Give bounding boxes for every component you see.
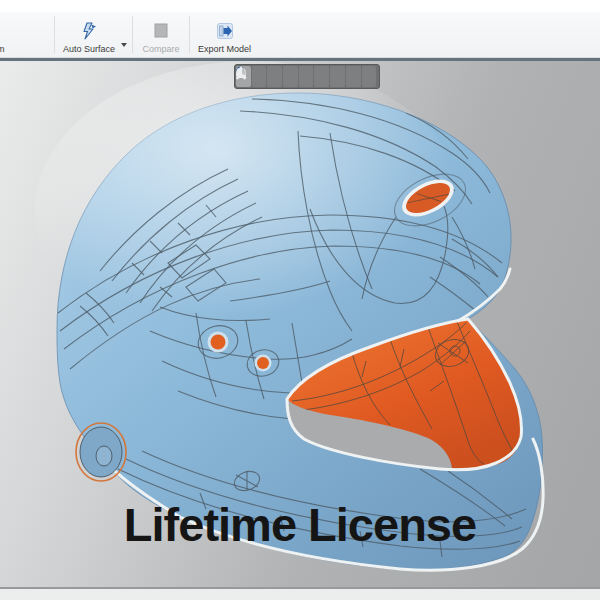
model-viewport-canvas[interactable]: Lifetime License <box>0 61 600 587</box>
ribbon-separator <box>132 16 133 53</box>
bottom-view-icon[interactable] <box>330 66 345 87</box>
ribbon-tab-strip <box>0 0 600 12</box>
chin-boss <box>76 423 126 481</box>
app-window: m Auto Surface Compare <box>0 0 600 600</box>
ribbon-separator <box>54 16 55 53</box>
partial-tool-button[interactable]: m <box>0 12 52 57</box>
chevron-down-icon <box>121 43 127 47</box>
shell-highlight <box>35 61 465 361</box>
auto-surface-button[interactable]: Auto Surface <box>57 12 121 57</box>
view-preset-toolbar <box>234 64 380 89</box>
isometric-view-icon[interactable] <box>346 66 361 87</box>
ribbon-separator <box>189 16 190 53</box>
ribbon-toolbar: m Auto Surface Compare <box>0 12 600 58</box>
auto-surface-dropdown[interactable] <box>121 12 130 57</box>
top-view-icon[interactable] <box>314 66 329 87</box>
front-view-icon[interactable] <box>252 66 267 87</box>
right-view-icon[interactable] <box>283 66 298 87</box>
compare-sheet-icon <box>152 20 170 42</box>
compare-button[interactable]: Compare <box>135 12 187 57</box>
export-model-label: Export Model <box>198 44 251 54</box>
axis-triad-icon[interactable] <box>362 66 377 87</box>
auto-surface-label: Auto Surface <box>63 44 115 54</box>
partial-tool-label: m <box>0 44 5 54</box>
export-model-button[interactable]: Export Model <box>192 12 257 57</box>
left-view-icon[interactable] <box>299 66 314 87</box>
export-arrow-icon <box>215 20 235 42</box>
back-view-icon[interactable] <box>267 66 282 87</box>
compare-label: Compare <box>143 44 180 54</box>
lightning-bolt-icon <box>79 20 99 42</box>
window-bottom-strip <box>0 587 600 600</box>
license-watermark-text: Lifetime License <box>124 497 476 552</box>
